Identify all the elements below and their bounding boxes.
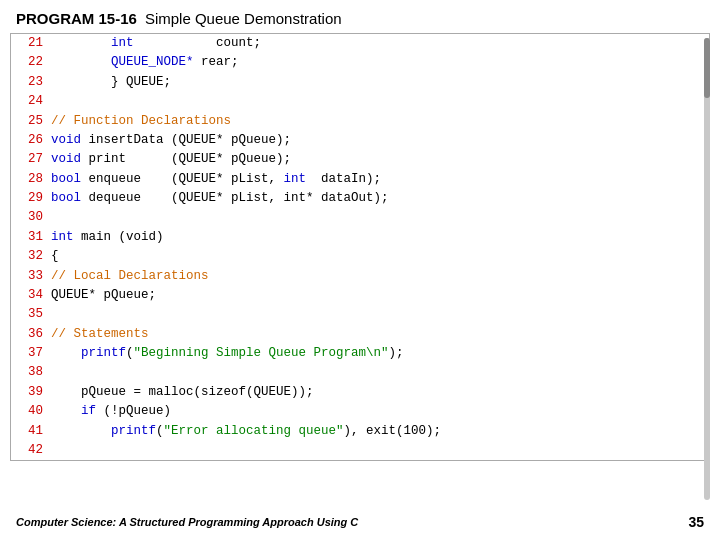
- footer-left-text: Computer Science: A Structured Programmi…: [16, 516, 358, 528]
- kw-token: bool: [51, 172, 81, 186]
- table-row: 41 printf("Error allocating queue"), exi…: [11, 422, 709, 441]
- line-content: void insertData (QUEUE* pQueue);: [51, 131, 709, 150]
- line-content: printf("Error allocating queue"), exit(1…: [51, 422, 709, 441]
- table-row: 21 int count;: [11, 34, 709, 53]
- table-row: 35: [11, 305, 709, 324]
- line-number: 42: [11, 441, 51, 460]
- line-content: bool enqueue (QUEUE* pList, int dataIn);: [51, 170, 709, 189]
- table-row: 23 } QUEUE;: [11, 73, 709, 92]
- page-footer: Computer Science: A Structured Programmi…: [16, 514, 704, 530]
- table-row: 34QUEUE* pQueue;: [11, 286, 709, 305]
- line-number: 37: [11, 344, 51, 363]
- kw-token: int: [111, 36, 134, 50]
- line-content: // Function Declarations: [51, 112, 709, 131]
- line-content: {: [51, 247, 709, 266]
- line-content: // Local Declarations: [51, 267, 709, 286]
- line-number: 41: [11, 422, 51, 441]
- table-row: 30: [11, 208, 709, 227]
- page-number: 35: [688, 514, 704, 530]
- kw-token: printf: [81, 346, 126, 360]
- scrollbar[interactable]: [704, 38, 710, 500]
- line-number: 25: [11, 112, 51, 131]
- line-number: 24: [11, 92, 51, 111]
- kw-token: bool: [51, 191, 81, 205]
- line-content: // Statements: [51, 325, 709, 344]
- line-number: 29: [11, 189, 51, 208]
- line-content: QUEUE_NODE* rear;: [51, 53, 709, 72]
- kw-token: void: [51, 133, 81, 147]
- table-row: 22 QUEUE_NODE* rear;: [11, 53, 709, 72]
- type-token: QUEUE_NODE*: [111, 55, 194, 69]
- line-number: 33: [11, 267, 51, 286]
- line-content: void print (QUEUE* pQueue);: [51, 150, 709, 169]
- line-content: pQueue = malloc(sizeof(QUEUE));: [51, 383, 709, 402]
- line-number: 36: [11, 325, 51, 344]
- table-row: 27void print (QUEUE* pQueue);: [11, 150, 709, 169]
- table-row: 24: [11, 92, 709, 111]
- line-content: } QUEUE;: [51, 73, 709, 92]
- line-number: 32: [11, 247, 51, 266]
- line-content: printf("Beginning Simple Queue Program\n…: [51, 344, 709, 363]
- table-row: 33// Local Declarations: [11, 267, 709, 286]
- line-number: 22: [11, 53, 51, 72]
- table-row: 36// Statements: [11, 325, 709, 344]
- line-content: QUEUE* pQueue;: [51, 286, 709, 305]
- kw-token: printf: [111, 424, 156, 438]
- comment-token: // Statements: [51, 327, 149, 341]
- table-row: 42: [11, 441, 709, 460]
- line-number: 34: [11, 286, 51, 305]
- program-subtitle: Simple Queue Demonstration: [145, 10, 342, 27]
- line-number: 31: [11, 228, 51, 247]
- kw-token: if: [81, 404, 96, 418]
- line-content: bool dequeue (QUEUE* pList, int* dataOut…: [51, 189, 709, 208]
- table-row: 31int main (void): [11, 228, 709, 247]
- line-content: int count;: [51, 34, 709, 53]
- line-number: 38: [11, 363, 51, 382]
- kw-token: void: [51, 152, 81, 166]
- comment-token: // Function Declarations: [51, 114, 231, 128]
- str-token: "Error allocating queue": [164, 424, 344, 438]
- table-row: 29bool dequeue (QUEUE* pList, int* dataO…: [11, 189, 709, 208]
- line-content: int main (void): [51, 228, 709, 247]
- kw-token: int: [51, 230, 74, 244]
- program-title: PROGRAM 15-16: [16, 10, 137, 27]
- table-row: 38: [11, 363, 709, 382]
- line-number: 26: [11, 131, 51, 150]
- table-row: 26void insertData (QUEUE* pQueue);: [11, 131, 709, 150]
- line-number: 21: [11, 34, 51, 53]
- line-number: 35: [11, 305, 51, 324]
- code-block: 21 int count;22 QUEUE_NODE* rear;23 } QU…: [10, 33, 710, 461]
- str-token: "Beginning Simple Queue Program\n": [134, 346, 389, 360]
- table-row: 28bool enqueue (QUEUE* pList, int dataIn…: [11, 170, 709, 189]
- line-number: 39: [11, 383, 51, 402]
- line-number: 28: [11, 170, 51, 189]
- line-number: 30: [11, 208, 51, 227]
- comment-token: // Local Declarations: [51, 269, 209, 283]
- table-row: 39 pQueue = malloc(sizeof(QUEUE));: [11, 383, 709, 402]
- table-row: 25// Function Declarations: [11, 112, 709, 131]
- kw-token: int: [284, 172, 307, 186]
- line-content: if (!pQueue): [51, 402, 709, 421]
- table-row: 32{: [11, 247, 709, 266]
- table-row: 37 printf("Beginning Simple Queue Progra…: [11, 344, 709, 363]
- page-header: PROGRAM 15-16 Simple Queue Demonstration: [0, 0, 720, 33]
- table-row: 40 if (!pQueue): [11, 402, 709, 421]
- line-number: 23: [11, 73, 51, 92]
- line-number: 40: [11, 402, 51, 421]
- line-number: 27: [11, 150, 51, 169]
- scrollbar-thumb[interactable]: [704, 38, 710, 98]
